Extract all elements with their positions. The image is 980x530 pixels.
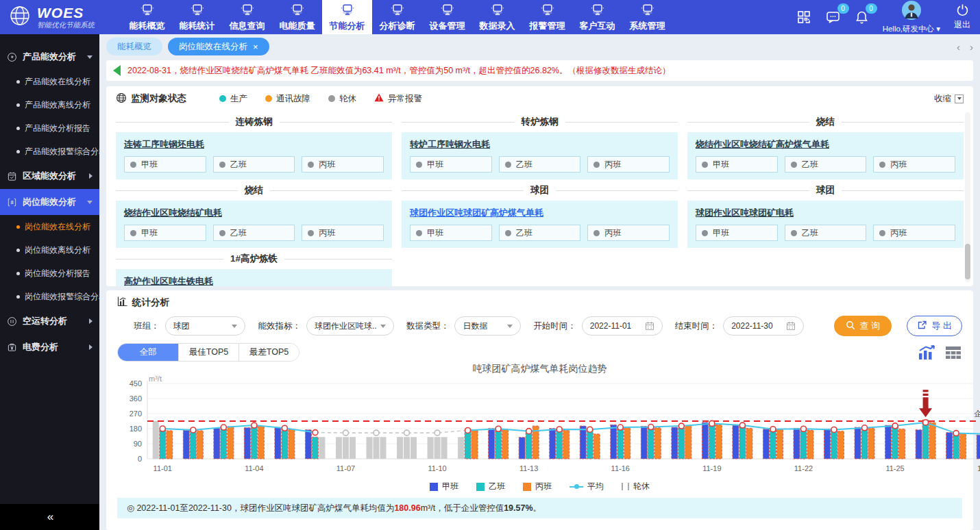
sidebar-section-1[interactable]: 产品能效分析 <box>0 44 99 70</box>
divider <box>687 190 809 191</box>
nav-item-11[interactable]: 系统管理 <box>622 0 672 34</box>
nav-item-4[interactable]: 电能质量 <box>272 0 322 34</box>
sidebar-item-3-1[interactable]: 岗位能效在线分析 <box>0 215 99 238</box>
home-icon <box>140 2 155 18</box>
sidebar-item-3-3[interactable]: 岗位能效分析报告 <box>0 262 99 285</box>
shift-button[interactable]: 乙班 <box>213 225 295 241</box>
nav-item-10[interactable]: 客户互动 <box>572 0 622 34</box>
divider <box>270 190 392 191</box>
shift-button[interactable]: 甲班 <box>124 225 206 241</box>
messages-icon[interactable]: 0 <box>825 10 841 25</box>
sidebar-item-3-2[interactable]: 岗位能效离线分析 <box>0 238 99 262</box>
status-dot-icon <box>265 95 272 102</box>
sidebar-item-1-1[interactable]: 产品能效在线分析 <box>0 70 99 93</box>
indicator-link[interactable]: 球团作业区吨球团矿电耗 <box>696 207 794 219</box>
sidebar-collapse-button[interactable]: « <box>0 504 99 530</box>
indicator-link[interactable]: 球团作业区吨球团矿高炉煤气单耗 <box>410 207 543 219</box>
group-header: 转炉炼钢 <box>402 116 678 128</box>
shift-label: 乙班 <box>802 159 818 171</box>
legend-line-icon <box>569 486 583 488</box>
nav-item-1[interactable]: 能耗概览 <box>122 0 172 34</box>
nav-item-3[interactable]: 信息查询 <box>222 0 272 34</box>
divider <box>280 122 393 123</box>
shift-buttons: 甲班乙班丙班 <box>124 225 384 241</box>
sidebar-item-label: 岗位能效分析报告 <box>25 268 90 279</box>
indicator-link[interactable]: 连铸工序吨钢坯电耗 <box>124 138 204 151</box>
logout-button[interactable]: 退出 <box>954 3 970 31</box>
calendar-icon <box>645 321 654 331</box>
status-dot-icon <box>593 230 600 236</box>
tab-2[interactable]: 岗位能效在线分析× <box>168 38 269 55</box>
export-button[interactable]: 导 出 <box>907 316 962 336</box>
query-button[interactable]: 查 询 <box>834 316 892 336</box>
sidebar-item-1-4[interactable]: 产品能效报警综合分析 <box>0 140 99 163</box>
indicator-link[interactable]: 高炉作业区吨生铁电耗 <box>124 275 213 286</box>
tab-close-icon[interactable]: × <box>253 42 258 51</box>
monitor-collapse-button[interactable]: 收缩 <box>934 93 964 105</box>
sidebar-section-4[interactable]: 空运转分析 <box>0 308 99 334</box>
qr-code-icon[interactable] <box>796 10 811 25</box>
tab-1[interactable]: 能耗概览 <box>106 38 162 55</box>
bar-chart-icon <box>117 296 128 309</box>
shift-button[interactable]: 丙班 <box>873 225 955 241</box>
post-efficiency-icon: 8 <box>7 197 18 207</box>
legend-label: 轮休 <box>633 481 650 492</box>
chart-legend: 甲班乙班丙班平均轮休 <box>117 481 962 492</box>
topnav-right: 0 0 Hello,研发中心 ▾ 退出 <box>796 0 980 34</box>
shift-button[interactable]: 甲班 <box>124 156 206 173</box>
user-menu[interactable]: Hello,研发中心 ▾ <box>883 0 940 34</box>
shift-button[interactable]: 甲班 <box>696 225 778 241</box>
shift-button[interactable]: 甲班 <box>696 156 778 173</box>
shift-button[interactable]: 乙班 <box>499 156 581 173</box>
nav-item-label: 电能质量 <box>280 20 315 32</box>
shift-button[interactable]: 甲班 <box>410 156 492 173</box>
sidebar-item-3-4[interactable]: 岗位能效报警综合分析 <box>0 285 99 308</box>
shift-buttons: 甲班乙班丙班 <box>696 156 955 173</box>
sidebar-item-1-2[interactable]: 产品能效离线分析 <box>0 93 99 116</box>
indicator-link[interactable]: 烧结作业区吨烧结矿电耗 <box>124 207 222 219</box>
shift-button[interactable]: 丙班 <box>302 225 384 241</box>
shift-button[interactable]: 丙班 <box>302 156 384 173</box>
tab-scroll-right[interactable]: › <box>970 41 973 53</box>
end-date-input[interactable]: 2022-11-30 <box>723 316 804 336</box>
status-dot-icon <box>219 95 226 102</box>
datatype-select[interactable]: 日数据 <box>454 316 521 336</box>
indicator-link[interactable]: 烧结作业区吨烧结矿高炉煤气单耗 <box>696 138 829 151</box>
sidebar-section-3[interactable]: 8岗位能效分析 <box>0 189 99 215</box>
nav-item-7[interactable]: 设备管理 <box>422 0 472 34</box>
sidebar-item-1-3[interactable]: 产品能效分析报告 <box>0 116 99 140</box>
notifications-bell-icon[interactable]: 0 <box>855 10 869 25</box>
monitor-scrollbar-thumb[interactable] <box>965 244 970 279</box>
segment-3[interactable]: 最差TOP5 <box>238 344 299 361</box>
nav-item-2[interactable]: 能耗统计 <box>172 0 222 34</box>
shift-button[interactable]: 丙班 <box>587 225 670 241</box>
chart-view-icon[interactable] <box>918 344 936 361</box>
sidebar-section-5[interactable]: 电费分析 <box>0 334 99 360</box>
sidebar-section-2[interactable]: 区域能效分析 <box>0 163 99 189</box>
tab-bar: 能耗概览岗位能效在线分析×‹› <box>99 34 980 59</box>
indicator-link[interactable]: 转炉工序吨钢水电耗 <box>410 138 490 151</box>
nav-item-8[interactable]: 数据录入 <box>472 0 522 34</box>
shift-button[interactable]: 乙班 <box>213 156 295 173</box>
system-mgmt-icon <box>640 2 655 18</box>
shift-button[interactable]: 丙班 <box>873 156 955 173</box>
segment-1[interactable]: 全部 <box>118 344 178 361</box>
start-date-input[interactable]: 2022-11-01 <box>582 316 663 336</box>
shift-button[interactable]: 丙班 <box>587 156 670 173</box>
shift-group-select[interactable]: 球团 <box>165 316 246 336</box>
table-view-icon[interactable] <box>944 344 962 361</box>
nav-item-6[interactable]: 分析诊断 <box>372 0 422 34</box>
nav-item-5[interactable]: 节能分析 <box>322 0 372 34</box>
svg-text:11-04: 11-04 <box>245 464 263 472</box>
shift-button[interactable]: 乙班 <box>785 225 867 241</box>
tab-scroll-left[interactable]: ‹ <box>957 41 960 53</box>
indicator-select[interactable]: 球团作业区吨球... <box>306 316 394 336</box>
nav-item-9[interactable]: 报警管理 <box>522 0 572 34</box>
indicator-card: 球团作业区吨球团矿电耗甲班乙班丙班 <box>687 201 964 248</box>
shift-button[interactable]: 乙班 <box>499 225 581 241</box>
shift-button[interactable]: 乙班 <box>785 156 867 173</box>
shift-button[interactable]: 甲班 <box>410 225 492 241</box>
sidebar: 产品能效分析产品能效在线分析产品能效离线分析产品能效分析报告产品能效报警综合分析… <box>0 34 99 530</box>
segment-2[interactable]: 最佳TOP5 <box>178 344 238 361</box>
svg-text:270: 270 <box>130 409 142 418</box>
